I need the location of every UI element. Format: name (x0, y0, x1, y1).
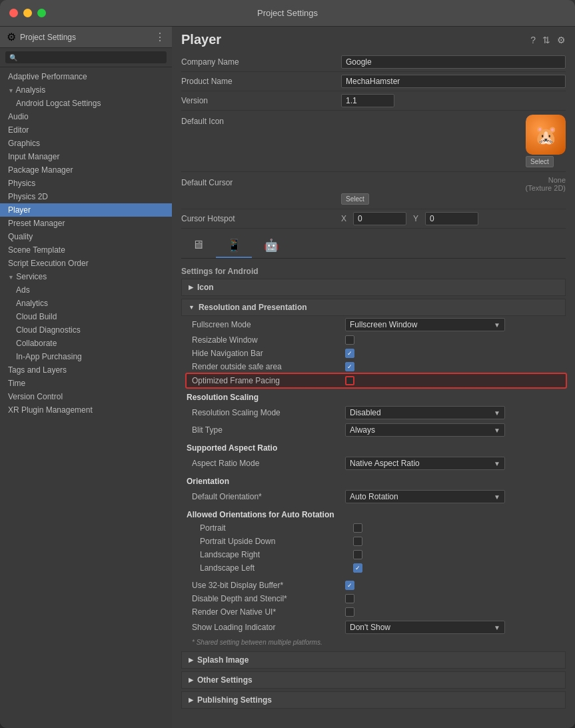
render-safe-checkbox[interactable] (345, 362, 354, 371)
settings-icon[interactable]: ⚙ (557, 35, 566, 45)
shared-note: * Shared setting between multiple platfo… (187, 636, 566, 649)
icon-select-button[interactable]: Select (526, 156, 554, 167)
fullscreen-label: Fullscreen Mode (192, 320, 345, 329)
optimized-frame-row: Optimized Frame Pacing (187, 374, 566, 387)
sidebar-item-quality[interactable]: Quality (0, 230, 172, 243)
sidebar-item-graphics[interactable]: Graphics (0, 137, 172, 150)
loading-indicator-dropdown[interactable]: Don't Show ▼ (345, 621, 505, 634)
cursor-y-input[interactable] (425, 212, 478, 225)
sidebar-item-physics[interactable]: Physics (0, 177, 172, 190)
resizable-checkbox[interactable] (345, 335, 354, 345)
aspect-ratio-dropdown[interactable]: Native Aspect Ratio ▼ (345, 457, 505, 470)
minimize-button[interactable] (23, 9, 32, 17)
depth-stencil-checkbox[interactable] (345, 594, 354, 603)
fullscreen-dropdown[interactable]: Fullscreen Window ▼ (345, 318, 505, 331)
cursor-x-input[interactable] (353, 212, 406, 225)
fullscreen-row: Fullscreen Mode Fullscreen Window ▼ (187, 316, 566, 333)
panel-body: Company Name Product Name Version (172, 53, 575, 728)
other-settings-header[interactable]: ▶ Other Settings (181, 671, 566, 689)
maximize-button[interactable] (37, 9, 46, 17)
orientation-dropdown[interactable]: Auto Rotation ▼ (345, 490, 505, 503)
y-label: Y (413, 214, 418, 223)
sidebar-header: ⚙ Project Settings ⋮ (0, 27, 172, 48)
tab-android[interactable]: 🤖 (253, 234, 289, 258)
display-buffer-label: Use 32-bit Display Buffer* (192, 581, 345, 590)
company-name-input[interactable] (341, 55, 566, 69)
sidebar-item-collaborate[interactable]: Collaborate (0, 337, 172, 350)
sidebar-item-in-app-purchasing[interactable]: In-App Purchasing (0, 350, 172, 363)
search-input[interactable] (20, 53, 163, 61)
publishing-section: ▶ Publishing Settings (181, 691, 566, 709)
sidebar-item-services[interactable]: ▼ Services (0, 270, 172, 283)
cursor-hotspot-value: X Y (341, 212, 566, 225)
sidebar-item-preset-manager[interactable]: Preset Manager (0, 217, 172, 230)
sidebar-item-input-manager[interactable]: Input Manager (0, 150, 172, 163)
company-name-row: Company Name (181, 53, 566, 72)
aspect-ratio-mode-label: Aspect Ratio Mode (192, 459, 345, 468)
sidebar-item-editor[interactable]: Editor (0, 123, 172, 137)
sidebar-item-ads[interactable]: Ads (0, 283, 172, 297)
sidebar-item-package-manager[interactable]: Package Manager (0, 163, 172, 177)
close-button[interactable] (9, 9, 18, 17)
sidebar-item-time[interactable]: Time (0, 377, 172, 390)
sidebar-item-script-execution-order[interactable]: Script Execution Order (0, 257, 172, 270)
sidebar-item-android-logcat[interactable]: Android Logcat Settings (0, 97, 172, 110)
blit-type-dropdown[interactable]: Always ▼ (345, 423, 505, 437)
sidebar-item-audio[interactable]: Audio (0, 110, 172, 123)
scaling-mode-dropdown[interactable]: Disabled ▼ (345, 406, 505, 419)
product-name-row: Product Name (181, 72, 566, 91)
sidebar-item-tags-and-layers[interactable]: Tags and Layers (0, 363, 172, 377)
portrait-upside-down-value (353, 537, 566, 546)
publishing-header[interactable]: ▶ Publishing Settings (181, 691, 566, 709)
product-name-input[interactable] (341, 75, 566, 88)
sidebar-item-analytics[interactable]: Analytics (0, 297, 172, 310)
sidebar-item-version-control[interactable]: Version Control (0, 390, 172, 403)
icon-preview-container: 🐹 Select (526, 115, 566, 167)
tab-android-tablet[interactable]: 📱 (216, 234, 252, 258)
version-input[interactable] (341, 94, 394, 107)
sidebar-item-cloud-build[interactable]: Cloud Build (0, 310, 172, 323)
portrait-checkbox[interactable] (353, 523, 362, 533)
sidebar-item-scene-template[interactable]: Scene Template (0, 243, 172, 257)
sidebar-item-xr-plugin-management[interactable]: XR Plugin Management (0, 403, 172, 417)
scaling-mode-dropdown-value: Disabled (350, 408, 381, 417)
panel-header: Player ? ⇅ ⚙ (172, 27, 575, 53)
panel-header-icons: ? ⇅ ⚙ (530, 35, 566, 45)
resizable-label: Resizable Window (192, 335, 345, 345)
display-buffer-checkbox[interactable] (345, 581, 354, 590)
sidebar-item-physics-2d[interactable]: Physics 2D (0, 190, 172, 203)
layout-icon[interactable]: ⇅ (542, 35, 550, 45)
tab-monitor[interactable]: 🖥 (181, 234, 215, 258)
product-name-label: Product Name (181, 75, 341, 86)
splash-section-header[interactable]: ▶ Splash Image (181, 651, 566, 669)
resolution-section-header[interactable]: ▼ Resolution and Presentation (181, 299, 566, 316)
optimized-frame-checkbox[interactable] (345, 376, 354, 385)
default-icon-row: Default Icon 🐹 Select (181, 111, 566, 172)
loading-indicator-value: Don't Show ▼ (345, 621, 566, 634)
resolution-section-label: Resolution and Presentation (199, 303, 307, 312)
help-icon[interactable]: ? (530, 35, 536, 45)
depth-stencil-label: Disable Depth and Stencil* (192, 594, 345, 603)
sidebar-item-player[interactable]: Player (0, 203, 172, 217)
landscape-left-checkbox[interactable] (353, 563, 362, 573)
landscape-right-checkbox[interactable] (353, 550, 362, 559)
orientation-dropdown-value: Auto Rotation (350, 492, 398, 501)
landscape-right-label: Landscape Right (200, 550, 353, 559)
publishing-label: Publishing Settings (197, 695, 272, 705)
portrait-upside-down-checkbox[interactable] (353, 537, 362, 546)
icon-section-header[interactable]: ▶ Icon (181, 279, 566, 296)
sidebar-item-analysis[interactable]: ▼ Analysis (0, 83, 172, 97)
render-native-checkbox[interactable] (345, 607, 354, 617)
search-icon: 🔍 (9, 54, 17, 61)
sidebar-item-cloud-diagnostics[interactable]: Cloud Diagnostics (0, 323, 172, 337)
fullscreen-value: Fullscreen Window ▼ (345, 318, 566, 331)
resolution-content: Fullscreen Mode Fullscreen Window ▼ Resi… (181, 316, 566, 649)
display-buffer-value (345, 581, 566, 590)
sidebar-menu-icon[interactable]: ⋮ (155, 31, 165, 43)
cursor-select-button[interactable]: Select (341, 193, 369, 205)
aspect-dropdown-arrow: ▼ (494, 460, 500, 467)
sidebar-item-adaptive-performance[interactable]: Adaptive Performance (0, 70, 172, 83)
splash-label: Splash Image (197, 655, 249, 665)
chevron-down-icon: ▼ (8, 87, 14, 94)
hide-nav-checkbox[interactable] (345, 349, 354, 358)
